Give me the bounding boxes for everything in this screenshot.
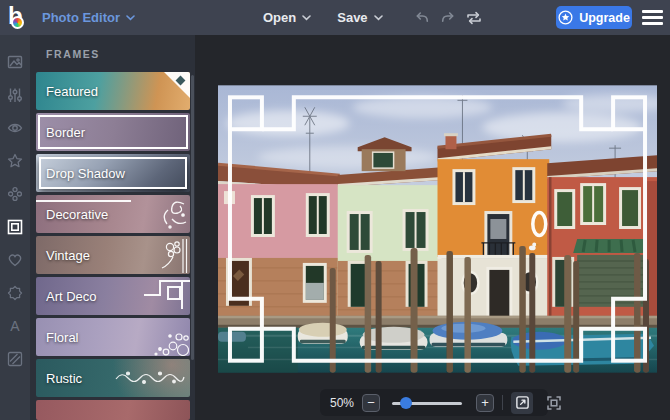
app-title-label: Photo Editor [42,10,120,25]
hamburger-menu-icon [642,22,663,25]
undo-button[interactable] [409,6,435,30]
effects-star-icon [7,153,23,169]
frames-list: Featured Border Drop Shadow Decorative V… [36,72,190,420]
frame-category-featured[interactable]: Featured [36,72,190,110]
graphics-heart-icon [7,252,23,268]
hamburger-menu-icon [642,10,663,13]
frame-category-drop-shadow[interactable]: Drop Shadow [36,154,190,192]
decorative-line [36,200,131,202]
photo-editor-app: b Photo Editor Open Save [0,0,670,420]
panel-scrollbar[interactable] [191,75,194,360]
frames-icon [7,219,23,235]
zoom-in-button[interactable]: + [476,394,494,412]
app-title-menu[interactable]: Photo Editor [42,10,135,25]
tool-overlays-button[interactable] [0,276,30,309]
ornate-swirl-decoration [148,197,188,231]
upgrade-label: Upgrade [579,11,630,25]
tool-effects-button[interactable] [0,144,30,177]
artsy-bubbles-icon [7,186,23,202]
frame-category-label: Vintage [46,248,90,263]
logo-rainbow-disc [11,16,24,29]
tool-frames-button[interactable] [0,210,30,243]
undo-arrow-icon [414,11,430,25]
expand-view-button[interactable] [511,392,533,414]
art-deco-corner-decoration [142,277,190,309]
tool-edit-button[interactable] [0,45,30,78]
frame-category-label: Floral [46,330,79,345]
open-label: Open [263,10,296,25]
fit-fullscreen-icon [546,395,562,411]
frame-category-label: Border [46,125,85,140]
tool-adjust-button[interactable] [0,78,30,111]
canvas-photo[interactable] [218,85,657,373]
adjust-sliders-icon [7,87,23,103]
redo-arrow-icon [440,11,456,25]
frame-category-label: Art Deco [46,289,97,304]
frame-category-label: Rustic [46,371,82,386]
chevron-down-icon [374,15,383,21]
tool-graphics-button[interactable] [0,243,30,276]
frame-category-border[interactable]: Border [36,113,190,151]
frame-category-decorative[interactable]: Decorative [36,195,190,233]
frame-category-vintage[interactable]: Vintage [36,236,190,274]
toolbar-divider [502,395,503,410]
revert-arrows-icon [465,11,483,25]
tool-rail: A [0,35,30,420]
edit-image-icon [7,54,23,70]
hamburger-menu-icon [642,16,663,19]
redo-button[interactable] [435,6,461,30]
zoom-slider[interactable] [392,394,462,412]
befunky-logo[interactable]: b [6,3,32,32]
zoom-level-value: 50% [330,396,354,410]
touchup-eye-icon [7,120,23,136]
save-label: Save [337,10,367,25]
header-actions: Open Save [263,0,487,35]
tool-touchup-button[interactable] [0,111,30,144]
frame-category-label: Decorative [46,207,108,222]
expand-view-icon [515,395,530,410]
upgrade-button[interactable]: Upgrade [556,6,632,29]
header-bar: b Photo Editor Open Save [0,0,670,35]
zoom-out-button[interactable]: − [362,394,380,412]
zoom-toolbar: 50% − + [320,389,548,416]
tool-text-button[interactable]: A [0,309,30,342]
frame-category-label: Featured [46,84,98,99]
overlays-badge-icon [7,285,23,301]
save-menu-button[interactable]: Save [337,10,382,25]
svg-text:A: A [10,318,20,334]
frame-category-floral[interactable]: Floral [36,318,190,356]
chevron-down-icon [302,15,311,21]
main-menu-button[interactable] [642,10,663,25]
textures-icon [7,351,23,367]
frame-category-label: Drop Shadow [46,166,125,181]
open-menu-button[interactable]: Open [263,10,311,25]
tool-artsy-button[interactable] [0,177,30,210]
text-icon: A [7,318,23,334]
zoom-slider-knob[interactable] [400,397,412,409]
tool-textures-button[interactable] [0,342,30,375]
frames-panel-title: FRAMES [46,48,100,60]
vintage-flower-decoration [146,237,188,273]
canvas-area: 50% − + [195,35,670,420]
frames-panel: FRAMES Featured Border Drop Shadow Decor… [30,35,195,420]
frame-category-art-deco[interactable]: Art Deco [36,277,190,315]
rustic-vine-decoration [114,369,186,387]
fullscreen-button[interactable] [543,392,565,414]
floral-lace-decoration [143,324,189,356]
frame-category-rustic[interactable]: Rustic [36,359,190,397]
art-deco-frame-overlay [218,85,657,373]
star-badge-icon [558,10,573,25]
revert-button[interactable] [461,6,487,30]
chevron-down-icon [126,15,135,21]
frame-category-partial[interactable] [36,400,190,420]
